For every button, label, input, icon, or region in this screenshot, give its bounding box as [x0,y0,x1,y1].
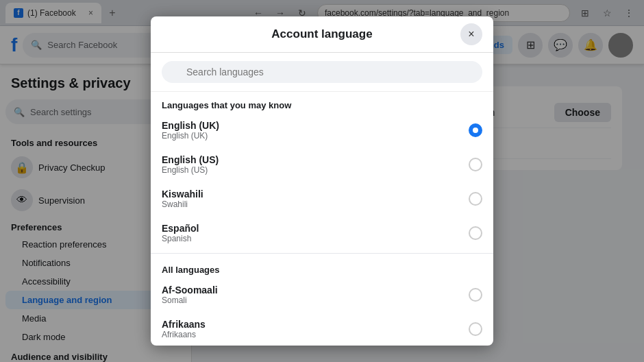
modal-body: Languages that you may know English (UK)… [151,92,493,346]
lang-name: Español [162,223,469,234]
language-search-input[interactable] [162,61,482,83]
known-languages-header: Languages that you may know [151,92,493,113]
lang-name: Af-Soomaali [162,285,469,295]
account-language-modal: Account language × 🔍 Languages that you … [151,16,493,346]
lang-item-af-soomaali[interactable]: Af-Soomaali Somali [151,278,493,312]
lang-item-english-us[interactable]: English (US) English (US) [151,147,493,182]
radio-afrikaans[interactable] [469,322,482,336]
radio-espanol[interactable] [469,226,482,240]
modal-search-container: 🔍 [151,53,493,92]
modal-overlay: Account language × 🔍 Languages that you … [0,0,644,362]
lang-info-english-us: English (US) English (US) [162,154,469,175]
lang-item-espanol[interactable]: Español Spanish [151,216,493,250]
search-wrap: 🔍 [162,61,482,83]
lang-info-afrikaans: Afrikaans Afrikaans [162,319,469,339]
lang-info-english-uk: English (UK) English (UK) [162,120,469,141]
modal-header: Account language × [151,16,493,53]
lang-item-kiswahili[interactable]: Kiswahili Swahili [151,182,493,216]
lang-name: English (UK) [162,120,469,131]
radio-english-us[interactable] [469,158,482,171]
lang-info-espanol: Español Spanish [162,223,469,243]
radio-kiswahili[interactable] [469,192,482,206]
lang-name: Kiswahili [162,189,469,200]
lang-divider [151,253,493,254]
lang-native: Swahili [162,200,469,209]
lang-info-kiswahili: Kiswahili Swahili [162,189,469,209]
lang-native: Spanish [162,234,469,243]
all-languages-header: All languages [151,256,493,278]
lang-name: Afrikaans [162,319,469,330]
lang-native: Afrikaans [162,330,469,339]
lang-item-afrikaans[interactable]: Afrikaans Afrikaans [151,312,493,346]
modal-close-btn[interactable]: × [460,23,482,45]
lang-item-english-uk[interactable]: English (UK) English (UK) [151,113,493,147]
lang-native: English (US) [162,165,469,175]
lang-name: English (US) [162,154,469,165]
radio-english-uk[interactable] [469,123,482,137]
radio-af-soomaali[interactable] [469,288,482,302]
lang-native: English (UK) [162,131,469,141]
modal-title: Account language [271,27,372,41]
lang-native: Somali [162,295,469,305]
lang-info-af-soomaali: Af-Soomaali Somali [162,285,469,305]
